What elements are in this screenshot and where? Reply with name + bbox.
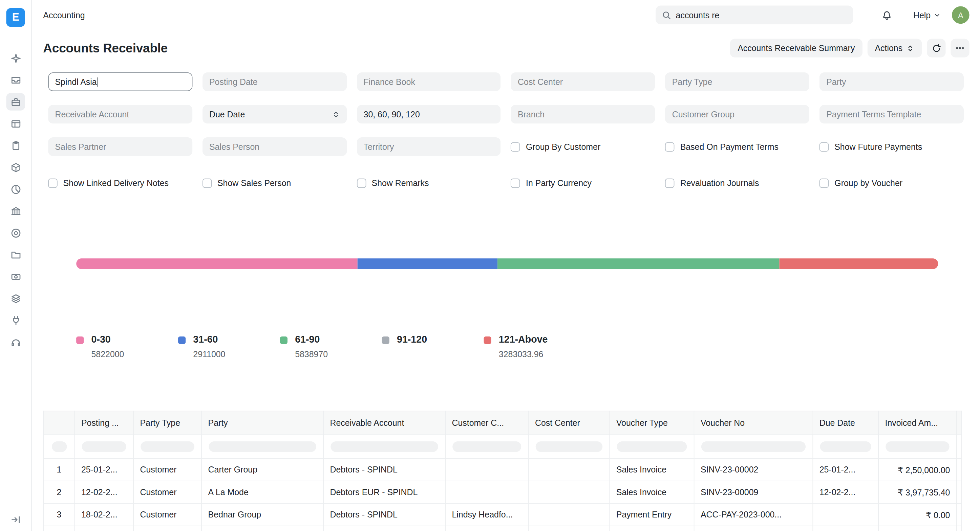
target-icon[interactable]	[6, 224, 25, 242]
cell[interactable]	[445, 526, 528, 531]
column-header-customer-c[interactable]: Customer C...	[445, 411, 528, 434]
bar-segment-0-30[interactable]	[76, 258, 357, 269]
cell[interactable]: ₹ 3,97,735.40	[878, 481, 957, 503]
filter-checkbox-based-on-payment-terms[interactable]: Based On Payment Terms	[665, 137, 809, 156]
cell[interactable]: Sales Invoice	[609, 459, 694, 481]
filter-checkbox-show-linked-delivery-notes[interactable]: Show Linked Delivery Notes	[48, 170, 192, 189]
summary-button[interactable]: Accounts Receivable Summary	[730, 38, 862, 57]
cell[interactable]	[609, 526, 694, 531]
column-header-voucher-type[interactable]: Voucher Type	[609, 411, 694, 434]
filter-input-party-type[interactable]	[665, 72, 809, 91]
column-filter-input[interactable]	[140, 441, 194, 452]
actions-button[interactable]: Actions	[867, 38, 922, 57]
notifications-bell-icon[interactable]	[881, 10, 892, 21]
filter-input-territory[interactable]	[356, 137, 501, 156]
filter-input-party[interactable]	[819, 72, 964, 91]
column-filter-input[interactable]	[536, 441, 603, 452]
column-filter-input[interactable]	[82, 441, 126, 452]
cell[interactable]: Debtors - SPINDL	[323, 504, 445, 526]
filter-input-sales-person[interactable]	[202, 137, 347, 156]
column-header-due-date[interactable]: Due Date	[813, 411, 878, 434]
bar-segment-61-90[interactable]	[498, 258, 780, 269]
cell[interactable]	[694, 526, 813, 531]
cell[interactable]	[445, 459, 528, 481]
cell[interactable]: Carter Group	[202, 459, 323, 481]
cell[interactable]	[134, 526, 202, 531]
cell[interactable]	[813, 504, 878, 526]
column-header-receivable-account[interactable]: Receivable Account	[323, 411, 445, 434]
pie-icon[interactable]	[6, 180, 25, 198]
checkbox-group-by-voucher[interactable]	[819, 178, 829, 188]
checkbox-in-party-currency[interactable]	[511, 178, 520, 188]
cell[interactable]: Debtors - SPINDL	[323, 459, 445, 481]
row-index[interactable]	[43, 526, 75, 531]
cell[interactable]	[323, 526, 445, 531]
cell[interactable]: 25-01-2...	[75, 459, 134, 481]
filter-input-company[interactable]: Spindl Asia	[48, 72, 192, 91]
filter-input-sales-partner[interactable]	[48, 137, 192, 156]
filter-checkbox-group-by-voucher[interactable]: Group by Voucher	[819, 170, 964, 189]
help-menu[interactable]: Help	[913, 10, 941, 20]
column-header-party[interactable]: Party	[202, 411, 323, 434]
filter-input-posting-date[interactable]	[202, 72, 347, 91]
cell[interactable]: 12-02-2...	[813, 481, 878, 503]
cell[interactable]: Sales Invoice	[609, 481, 694, 503]
folder-icon[interactable]	[6, 246, 25, 263]
cash-icon[interactable]	[6, 268, 25, 285]
cell[interactable]: Debtors EUR - SPINDL	[323, 481, 445, 503]
cell[interactable]: ₹ 0.00	[878, 504, 957, 526]
filter-input-branch[interactable]	[511, 105, 655, 124]
bar-segment-31-60[interactable]	[357, 258, 498, 269]
cell[interactable]: SINV-23-00002	[694, 459, 813, 481]
cell[interactable]	[878, 526, 957, 531]
clipboard-icon[interactable]	[6, 136, 25, 154]
row-index[interactable]: 2	[43, 481, 75, 503]
breadcrumb[interactable]: Accounting	[43, 10, 85, 20]
column-header-posting[interactable]: Posting ...	[75, 411, 134, 434]
row-index[interactable]: 1	[43, 459, 75, 481]
filter-checkbox-show-sales-person[interactable]: Show Sales Person	[202, 170, 347, 189]
filter-select-due-date[interactable]: Due Date	[202, 105, 347, 124]
cell[interactable]: SINV-23-00009	[694, 481, 813, 503]
headset-icon[interactable]	[6, 333, 25, 351]
checkbox-show-linked-delivery-notes[interactable]	[48, 178, 57, 188]
refresh-button[interactable]	[927, 38, 945, 57]
filter-checkbox-show-remarks[interactable]: Show Remarks	[356, 170, 501, 189]
search-input[interactable]	[676, 10, 847, 20]
row-index[interactable]: 3	[43, 504, 75, 526]
cube-icon[interactable]	[6, 159, 25, 176]
column-filter-input[interactable]	[701, 441, 806, 452]
cell[interactable]: ₹ 2,50,000.00	[878, 459, 957, 481]
filter-checkbox-in-party-currency[interactable]: In Party Currency	[511, 170, 655, 189]
column-header-party-type[interactable]: Party Type	[134, 411, 202, 434]
cell[interactable]	[528, 504, 610, 526]
cell[interactable]	[528, 481, 610, 503]
cell[interactable]: 18-02-2...	[75, 504, 134, 526]
checkbox-show-remarks[interactable]	[356, 178, 366, 188]
filter-input-customer-group[interactable]	[665, 105, 809, 124]
cell[interactable]: Customer	[134, 481, 202, 503]
column-filter-input[interactable]	[617, 441, 687, 452]
cell[interactable]: A La Mode	[202, 481, 323, 503]
cell[interactable]	[528, 526, 610, 531]
cell[interactable]	[528, 459, 610, 481]
collapse-sidebar-icon[interactable]	[10, 514, 21, 525]
filter-input-30-60-90-120[interactable]	[356, 105, 501, 124]
cell[interactable]: Payment Entry	[609, 504, 694, 526]
column-filter-input[interactable]	[331, 441, 438, 452]
checkbox-based-on-payment-terms[interactable]	[665, 142, 675, 152]
wand-icon[interactable]	[6, 49, 25, 67]
inbox-icon[interactable]	[6, 71, 25, 89]
cell[interactable]: Customer	[134, 504, 202, 526]
column-header-voucher-no[interactable]: Voucher No	[694, 411, 813, 434]
cell[interactable]: Lindsy Headfo...	[445, 504, 528, 526]
filter-input-receivable-account[interactable]	[48, 105, 192, 124]
column-header-cost-center[interactable]: Cost Center	[528, 411, 610, 434]
column-filter-input[interactable]	[208, 441, 316, 452]
plug-icon[interactable]	[6, 312, 25, 329]
table-icon[interactable]	[6, 115, 25, 133]
cell[interactable]	[813, 526, 878, 531]
filter-checkbox-show-future-payments[interactable]: Show Future Payments	[819, 137, 964, 156]
filter-input-finance-book[interactable]	[356, 72, 501, 91]
column-filter-input[interactable]	[51, 441, 66, 452]
